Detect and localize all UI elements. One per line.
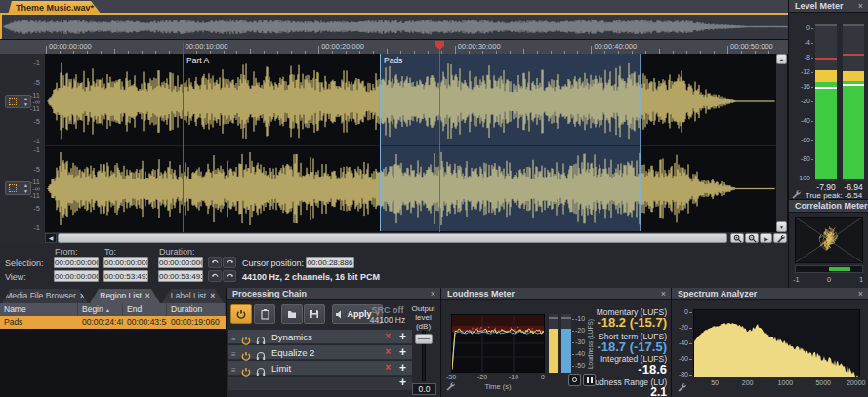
waveform-display[interactable] xyxy=(45,54,776,232)
hscroll-right-button[interactable]: ▶ xyxy=(760,233,772,243)
view-from-field[interactable] xyxy=(54,270,99,282)
selection-undo-button[interactable] xyxy=(208,257,222,268)
module-remove-button[interactable]: × xyxy=(385,331,391,341)
pads-region-label: Pads xyxy=(384,56,402,65)
view-to-field[interactable] xyxy=(103,270,148,282)
column-header-duration[interactable]: Duration xyxy=(167,303,226,316)
time-tick-label: -20 xyxy=(475,374,490,380)
chain-power-button[interactable] xyxy=(230,304,252,324)
hscroll-thumb[interactable] xyxy=(58,233,727,243)
vscroll-up-button[interactable]: ▲ xyxy=(776,54,787,64)
chain-save-button[interactable] xyxy=(304,304,325,324)
level-scale-label: -4 xyxy=(789,39,810,46)
chain-open-button[interactable] xyxy=(281,304,303,324)
region-table-header: NameBegin ▲EndDuration xyxy=(0,303,226,316)
corr-scale-max: 1 xyxy=(859,275,863,284)
close-icon[interactable]: × xyxy=(855,0,866,13)
view-undo-button[interactable] xyxy=(208,270,222,282)
channel-spinner-icon[interactable]: ▲▼ xyxy=(23,182,28,194)
waveform-settings-button[interactable] xyxy=(773,233,787,243)
overview-waveform xyxy=(2,15,788,39)
wrench-icon[interactable] xyxy=(677,382,686,392)
selection-duration-field[interactable] xyxy=(158,257,203,268)
level-scale-tick xyxy=(811,140,813,141)
close-icon[interactable]: × xyxy=(855,200,866,213)
column-header-begin[interactable]: Begin ▲ xyxy=(78,303,123,316)
vscroll-down-button[interactable]: ▼ xyxy=(776,221,787,232)
time-axis-label: Time (s) xyxy=(471,382,525,391)
meter-green-zone xyxy=(843,81,864,179)
level-scale-label: -12 xyxy=(789,68,810,75)
headphones-icon xyxy=(256,367,266,377)
ruler-tick xyxy=(591,46,592,54)
drag-handle-icon[interactable]: ≡ xyxy=(231,332,236,346)
time-tick-label: -30 xyxy=(443,374,459,380)
playhead-line xyxy=(439,49,440,232)
ruler-time-label: 00:00:30:000 xyxy=(458,42,501,51)
channel-spinner-icon[interactable]: ▲▼ xyxy=(23,96,28,107)
ruler-tick xyxy=(727,46,728,54)
ruler-time-label: 00:00:50:000 xyxy=(730,42,773,51)
chain-copy-button[interactable] xyxy=(254,304,275,324)
level-scale-label: 0 xyxy=(789,24,810,31)
timeline-ruler[interactable]: 00:00:00:00000:00:10:00000:00:20:00000:0… xyxy=(0,40,788,54)
chain-module-row[interactable]: ≡Equalize 2×+ xyxy=(228,345,412,360)
channel1-header-button[interactable]: ▲▼ xyxy=(5,95,31,108)
zoom-out-button[interactable] xyxy=(745,233,759,243)
output-level-value[interactable]: 0.0 xyxy=(412,383,436,395)
column-header-name[interactable]: Name xyxy=(0,303,78,316)
tab-close-icon[interactable]: × xyxy=(210,291,215,300)
db-scale-label: -1 xyxy=(0,59,40,67)
column-header-end[interactable]: End xyxy=(123,303,167,316)
module-insert-button[interactable]: + xyxy=(399,361,406,375)
close-icon[interactable]: × xyxy=(428,288,438,300)
chain-module-row[interactable]: ≡Limit×+ xyxy=(228,361,412,376)
channel2-header-button[interactable]: ▲▼ xyxy=(5,181,31,195)
folder-open-icon xyxy=(287,310,298,319)
module-name: Equalize 2 xyxy=(271,347,314,358)
selection-to-field[interactable] xyxy=(103,257,148,268)
spectrum-db-tick xyxy=(689,312,692,313)
chain-module-row[interactable]: ≡Dynamics×+ xyxy=(228,330,412,344)
close-icon[interactable]: × xyxy=(855,288,866,300)
cursor-position-field[interactable] xyxy=(306,257,354,268)
wrench-icon[interactable] xyxy=(791,189,801,199)
list-tab-region-list[interactable]: Region List× xyxy=(90,289,160,303)
level-scale-tick xyxy=(811,87,813,88)
output-slider-thumb[interactable] xyxy=(415,334,433,344)
drag-handle-icon[interactable]: ≡ xyxy=(231,363,236,377)
view-duration-field[interactable] xyxy=(158,270,203,282)
selection-redo-button[interactable] xyxy=(223,257,236,268)
list-tab-label-list[interactable]: Label List× xyxy=(162,289,224,303)
module-remove-button[interactable]: × xyxy=(385,346,391,357)
close-icon[interactable]: × xyxy=(658,288,669,300)
table-row[interactable]: Pads00:00:24:48700:00:43:54700:00:19:060 xyxy=(0,316,226,329)
loudness-pause-button[interactable] xyxy=(583,374,596,386)
level-meter-title: Level Meter × xyxy=(789,0,868,13)
part-a-marker-line[interactable] xyxy=(183,43,184,232)
view-label: View: xyxy=(5,272,26,282)
add-module-button[interactable]: + xyxy=(399,376,406,389)
overview-strip[interactable] xyxy=(0,15,788,39)
waveform-vscroll-track[interactable] xyxy=(776,54,787,232)
list-tab-media-file-browser[interactable]: Media File Browser× xyxy=(2,289,88,303)
module-insert-button[interactable]: + xyxy=(399,330,406,343)
module-insert-button[interactable]: + xyxy=(399,345,406,359)
loudness-reset-button[interactable] xyxy=(568,374,581,386)
src-sample-rate: 44100 Hz xyxy=(367,315,408,325)
waveform-svg xyxy=(45,54,776,231)
module-remove-button[interactable]: × xyxy=(385,362,391,373)
chain-add-row[interactable]: + xyxy=(228,377,412,390)
list-panel-tabs: Media File Browser×Region List×Label Lis… xyxy=(0,288,226,303)
view-redo-button[interactable] xyxy=(223,270,236,282)
clip-indicator xyxy=(843,24,864,26)
wrench-icon[interactable] xyxy=(445,381,455,391)
spectrum-db-label: -40 xyxy=(672,339,688,346)
level-scale-label: -40 xyxy=(789,117,810,124)
tab-close-icon[interactable]: × xyxy=(80,291,85,300)
drag-handle-icon[interactable]: ≡ xyxy=(231,347,236,362)
hscroll-left-button[interactable]: ◀ xyxy=(45,233,57,243)
selection-from-field[interactable] xyxy=(54,257,99,268)
zoom-in-button[interactable] xyxy=(730,233,744,243)
tab-close-icon[interactable]: × xyxy=(145,291,150,300)
